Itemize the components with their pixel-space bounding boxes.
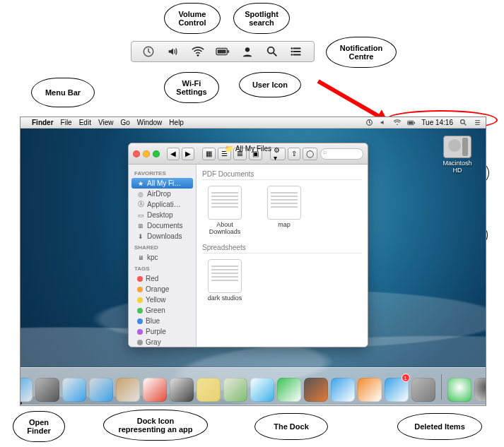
desktop-disk-icon[interactable]: Macintosh HD (440, 136, 474, 174)
dock-downloads[interactable] (447, 375, 471, 405)
wifi-icon[interactable] (191, 44, 205, 59)
sidebar-item-label: Desktop (147, 211, 173, 219)
file-name: About Downloads (202, 221, 247, 235)
sidebar-shared-header: SHARED (129, 242, 196, 252)
view-list-button[interactable]: ☰ (218, 148, 231, 160)
dock-app-maps[interactable] (223, 375, 247, 405)
dock-app-system-preferences[interactable] (411, 375, 435, 405)
dock-app-itunes[interactable] (331, 375, 355, 405)
volume-icon[interactable] (166, 44, 180, 59)
mb-time-machine-icon[interactable] (365, 119, 373, 127)
menu-file[interactable]: File (61, 119, 72, 126)
mb-spotlight-icon[interactable] (459, 119, 467, 127)
dock-app-reminders[interactable] (170, 375, 194, 405)
sidebar-favorites-header: FAVORITES (129, 167, 196, 178)
sidebar-item-purple[interactable]: Purple (131, 326, 193, 337)
tag-dot-icon (137, 329, 143, 335)
notification-icon[interactable] (290, 44, 304, 59)
view-coverflow-button[interactable]: ▣ (249, 148, 262, 160)
zoom-button[interactable] (153, 150, 160, 157)
sidebar-item-orange[interactable]: Orange (131, 284, 193, 294)
nav-forward-button[interactable]: ▶ (182, 148, 194, 160)
dock-app-safari[interactable] (62, 375, 86, 405)
sidebar-item-gray[interactable]: Gray (131, 337, 193, 347)
menu-go[interactable]: Go (120, 119, 129, 126)
sidebar-item-downloads[interactable]: ⬇Downloads (131, 231, 193, 242)
tag-dot-icon (137, 276, 143, 282)
file-item[interactable]: dark studios (202, 256, 247, 302)
spotlight-icon[interactable] (265, 44, 279, 59)
group-header: PDF Documents (202, 167, 362, 180)
user-icon[interactable] (240, 44, 254, 59)
sidebar-item-airdrop[interactable]: ◎AirDrop (131, 189, 193, 199)
close-button[interactable] (133, 150, 140, 157)
docs-icon: 🗎 (137, 222, 144, 230)
dock-app-photo-booth[interactable] (304, 375, 328, 405)
dock-trash[interactable] (474, 375, 487, 405)
app-icon (223, 378, 247, 402)
mb-volume-icon[interactable] (379, 119, 387, 127)
app-icon (250, 378, 274, 402)
dock-app-notes[interactable] (197, 375, 221, 405)
file-item[interactable]: map (262, 183, 307, 235)
sidebar-item-label: Green (146, 306, 165, 314)
nav-back-button[interactable]: ◀ (167, 148, 180, 160)
sidebar-item-yellow[interactable]: Yellow (131, 294, 193, 305)
dock-app-calendar[interactable] (143, 375, 167, 405)
airdrop-icon: ◎ (137, 191, 144, 198)
menu-help[interactable]: Help (169, 119, 184, 126)
share-button[interactable]: ⇪ (288, 148, 300, 160)
sidebar-item-label: Yellow (146, 296, 166, 304)
dock-app-messages[interactable] (250, 375, 274, 405)
app-menu[interactable]: Finder (32, 119, 54, 126)
menu-view[interactable]: View (98, 119, 114, 126)
sidebar-item-label: Downloads (147, 232, 182, 240)
svg-point-9 (291, 54, 293, 56)
sidebar-item-red[interactable]: Red (131, 273, 193, 284)
zoom-menubar-strip (131, 41, 315, 62)
svg-rect-14 (414, 121, 415, 123)
view-columns-button[interactable]: 𝌆 (233, 148, 247, 160)
callout-deleted: Deleted Items (397, 413, 482, 440)
sidebar-item-blue[interactable]: Blue (131, 316, 193, 326)
callout-wifi: Wi-Fi Settings (164, 72, 219, 103)
dock-app-app-store[interactable]: 1 (385, 375, 409, 405)
app-icon (35, 378, 59, 402)
menu-edit[interactable]: Edit (79, 119, 91, 126)
running-indicator (20, 402, 22, 405)
arrange-button[interactable]: ⚙ ▾ (270, 148, 286, 160)
finder-search[interactable] (320, 148, 363, 160)
sidebar-item-all-my-fi-[interactable]: ★All My Fi… (131, 178, 193, 189)
sidebar-item-kpc[interactable]: 🖥kpc (131, 252, 193, 263)
mb-clock[interactable]: Tue 14:16 (421, 119, 453, 126)
sidebar-item-green[interactable]: Green (131, 305, 193, 316)
file-item[interactable]: About Downloads (202, 183, 247, 235)
sidebar-item-applicati-[interactable]: ⒶApplicati… (131, 199, 193, 210)
dock-app-finder[interactable] (20, 375, 33, 405)
dock-app-facetime[interactable] (277, 375, 301, 405)
group-header: Spreadsheets (202, 241, 362, 254)
dock-app-contacts[interactable] (116, 375, 140, 405)
mb-wifi-icon[interactable] (393, 119, 402, 127)
dock-app-ibooks[interactable] (358, 375, 382, 405)
tags-button[interactable]: ◯ (303, 148, 317, 160)
minimize-button[interactable] (143, 150, 150, 157)
sidebar-item-desktop[interactable]: ▭Desktop (131, 210, 193, 220)
time-machine-icon[interactable] (141, 44, 156, 59)
sidebar-item-label: kpc (147, 254, 158, 261)
file-thumb-icon (208, 186, 242, 220)
callout-user: User Icon (239, 72, 301, 97)
mb-notification-icon[interactable] (473, 119, 481, 127)
dock-app-mail[interactable] (89, 375, 113, 405)
sidebar-item-documents[interactable]: 🗎Documents (131, 220, 193, 231)
arrow-to-menubar (317, 79, 383, 119)
tag-dot-icon (137, 340, 143, 345)
dock-app-launchpad[interactable] (35, 375, 59, 405)
callout-notif: Notification Centre (326, 37, 397, 68)
view-icons-button[interactable]: ▦ (202, 148, 216, 160)
battery-icon[interactable] (216, 44, 230, 59)
callout-menubar: Menu Bar (31, 78, 95, 107)
mb-battery-icon[interactable] (407, 119, 416, 127)
menu-window[interactable]: Window (137, 119, 163, 126)
downloads-icon (447, 378, 471, 402)
